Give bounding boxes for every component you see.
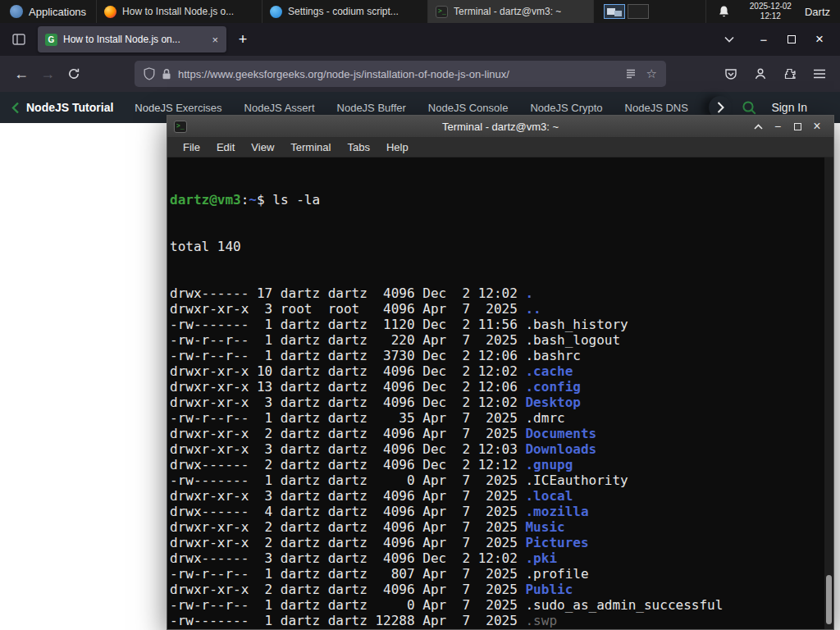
- extensions-button[interactable]: [778, 62, 802, 86]
- file-name: Desktop: [525, 395, 580, 410]
- terminal-maximize-button[interactable]: [788, 117, 807, 135]
- menu-button[interactable]: [807, 62, 832, 86]
- close-button[interactable]: ×: [806, 28, 833, 51]
- terminal-menubar: FileEditViewTerminalTabsHelp: [167, 137, 833, 158]
- terminal-titlebar[interactable]: Terminal - dartz@vm3: ~ − ×: [167, 116, 833, 137]
- file-attributes: drwxr-xr-x 2 dartz dartz 4096 Apr 7 2025: [170, 535, 525, 550]
- terminal-output-line: -rw-r--r-- 1 dartz dartz 807 Apr 7 2025 …: [170, 566, 833, 582]
- terminal-output-line: drwxr-xr-x 2 dartz dartz 4096 Apr 7 2025…: [170, 628, 833, 629]
- terminal-scrollbar-thumb[interactable]: [826, 575, 832, 624]
- site-nav-back[interactable]: NodeJS Tutorial: [11, 101, 113, 114]
- file-attributes: drwx------ 3 dartz dartz 4096 Dec 2 12:0…: [170, 550, 525, 566]
- account-icon: [754, 67, 767, 80]
- terminal-output-line: drwxr-xr-x 3 dartz dartz 4096 Dec 2 12:0…: [170, 395, 833, 410]
- file-name: .bashrc: [525, 348, 580, 363]
- notifications-button[interactable]: [705, 0, 742, 23]
- terminal-menu-terminal[interactable]: Terminal: [282, 139, 339, 156]
- new-tab-button[interactable]: +: [231, 28, 254, 51]
- site-favicon: G: [45, 34, 57, 46]
- terminal-prompt-line: dartz@vm3:~$ ls -la: [170, 192, 833, 208]
- file-name: ..: [525, 301, 541, 317]
- taskbar-item[interactable]: How to Install Node.js o...: [97, 0, 262, 23]
- site-nav-item[interactable]: NodeJS Exercises: [135, 102, 221, 114]
- reload-button[interactable]: [61, 61, 87, 87]
- terminal-close-button[interactable]: ×: [807, 117, 827, 135]
- terminal-body[interactable]: dartz@vm3:~$ ls -la total 140 drwx------…: [167, 158, 833, 629]
- minimize-button[interactable]: −: [750, 28, 778, 51]
- file-name: Public: [525, 582, 573, 597]
- terminal-output-line: -rw-r--r-- 1 dartz dartz 3730 Dec 2 12:0…: [170, 348, 833, 363]
- site-nav-item[interactable]: NodeJS DNS: [625, 102, 688, 114]
- file-attributes: -rw-r--r-- 1 dartz dartz 0 Apr 7 2025: [170, 597, 525, 613]
- terminal-scrollbar[interactable]: [824, 158, 833, 629]
- file-name: Documents: [525, 426, 596, 441]
- terminal-menu-file[interactable]: File: [175, 139, 208, 156]
- reader-view-icon[interactable]: [625, 68, 637, 80]
- file-name: .mozilla: [525, 504, 588, 519]
- hamburger-icon: [813, 68, 826, 80]
- terminal-output-line: drwxr-xr-x 2 dartz dartz 4096 Apr 7 2025…: [170, 426, 833, 441]
- file-name: .sudo_as_admin_successful: [525, 597, 723, 613]
- file-attributes: drwxr-xr-x 3 dartz dartz 4096 Dec 2 12:0…: [170, 441, 525, 457]
- panel-user-menu[interactable]: Dartz: [800, 6, 840, 18]
- file-attributes: drwxr-xr-x 2 dartz dartz 4096 Apr 7 2025: [170, 519, 525, 535]
- site-nav-item[interactable]: NodeJS Crypto: [530, 102, 602, 114]
- prompt-path: ~: [249, 192, 257, 208]
- taskbar-item-label: Terminal - dartz@vm3: ~: [454, 6, 561, 17]
- file-attributes: drwxr-xr-x 2 dartz dartz 4096 Apr 7 2025: [170, 426, 525, 441]
- bookmark-star-icon[interactable]: ☆: [646, 66, 657, 81]
- forward-button[interactable]: →: [34, 61, 61, 87]
- panel-clock[interactable]: 2025-12-02 12:12: [742, 2, 800, 21]
- terminal-menu-help[interactable]: Help: [378, 139, 417, 156]
- file-name: .pki: [525, 550, 557, 566]
- file-name: .config: [525, 379, 580, 395]
- file-attributes: drwxr-xr-x 10 dartz dartz 4096 Dec 2 12:…: [170, 363, 525, 379]
- site-nav-item[interactable]: NodeJS Assert: [244, 102, 315, 114]
- workspace-pager[interactable]: [602, 2, 651, 21]
- chevron-down-icon: [724, 36, 734, 43]
- terminal-menu-edit[interactable]: Edit: [208, 139, 243, 156]
- reload-icon: [67, 67, 80, 80]
- url-bar[interactable]: https://www.geeksforgeeks.org/node-js/in…: [135, 61, 666, 87]
- site-nav-title[interactable]: NodeJS Tutorial: [26, 101, 113, 114]
- terminal-menu-tabs[interactable]: Tabs: [339, 139, 377, 156]
- file-name: Downloads: [525, 441, 596, 457]
- file-attributes: drwxr-xr-x 3 dartz dartz 4096 Apr 7 2025: [170, 488, 525, 504]
- maximize-button[interactable]: [778, 28, 806, 51]
- back-button[interactable]: ←: [8, 61, 34, 87]
- site-nav-items: NodeJS ExercisesNodeJS AssertNodeJS Buff…: [135, 102, 709, 114]
- file-attributes: -rw------- 1 dartz dartz 12288 Apr 7 202…: [170, 613, 525, 628]
- file-name: Templates: [525, 628, 596, 629]
- taskbar-item[interactable]: Terminal - dartz@vm3: ~: [428, 0, 594, 23]
- pocket-icon: [724, 67, 737, 80]
- site-nav-item[interactable]: NodeJS Console: [428, 102, 509, 114]
- browser-toolbar: ← → https://www.geeksforgeeks.org/node-j…: [0, 56, 840, 92]
- sign-in-button[interactable]: Sign In: [771, 101, 807, 114]
- browser-tab[interactable]: G How to Install Node.js on... ×: [38, 26, 226, 52]
- applications-menu[interactable]: Applications: [0, 0, 96, 23]
- chevron-up-icon: [754, 124, 763, 130]
- taskbar-item[interactable]: Settings - codium script...: [262, 0, 428, 23]
- terminal-menu-view[interactable]: View: [243, 139, 282, 156]
- pocket-button[interactable]: [719, 62, 743, 86]
- firefox-view-button[interactable]: [7, 27, 31, 52]
- workspace-1[interactable]: [604, 4, 625, 19]
- site-nav-item[interactable]: NodeJS Buffer: [337, 102, 406, 114]
- terminal-output-line: -rw------- 1 dartz dartz 1120 Dec 2 11:5…: [170, 317, 833, 332]
- terminal-window: Terminal - dartz@vm3: ~ − × FileEditView…: [167, 115, 834, 630]
- chevron-left-icon: [11, 102, 20, 114]
- workspace-2[interactable]: [628, 4, 649, 19]
- list-all-tabs-button[interactable]: [717, 27, 742, 52]
- taskbar-item-label: How to Install Node.js o...: [122, 6, 234, 17]
- file-attributes: drwxr-xr-x 3 root root 4096 Apr 7 2025: [170, 301, 525, 317]
- terminal-output-line: drwxr-xr-x 2 dartz dartz 4096 Apr 7 2025…: [170, 519, 833, 535]
- account-button[interactable]: [748, 62, 773, 86]
- applications-label: Applications: [29, 6, 86, 18]
- file-attributes: drwxr-xr-x 3 dartz dartz 4096 Dec 2 12:0…: [170, 395, 525, 410]
- file-attributes: drwx------ 4 dartz dartz 4096 Apr 7 2025: [170, 504, 525, 519]
- taskbar-item-label: Settings - codium script...: [288, 6, 399, 17]
- tab-close-button[interactable]: ×: [211, 34, 219, 46]
- terminal-minimize-button[interactable]: −: [768, 117, 788, 135]
- shade-button[interactable]: [748, 117, 768, 135]
- file-name: .local: [525, 488, 573, 504]
